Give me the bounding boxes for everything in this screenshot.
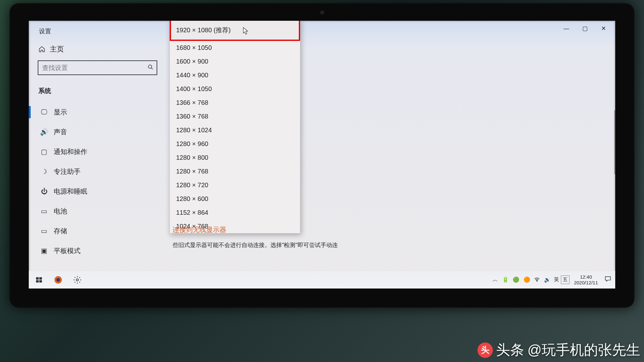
ime-mode[interactable]: 五 [561,275,570,284]
taskbar-left [31,272,86,288]
nav-label: 平板模式 [54,246,81,255]
home-label: 主页 [50,44,64,54]
svg-point-7 [76,279,79,281]
svg-rect-3 [36,280,39,282]
sidebar-item-声音[interactable]: 🔊声音 [37,122,157,142]
resolution-option[interactable]: 1280 × 960 [170,137,300,151]
sidebar-item-存储[interactable]: ▭存储 [37,221,157,241]
svg-point-8 [537,281,537,281]
dropdown-scrollbar[interactable] [295,21,300,231]
sidebar-item-专注助手[interactable]: ☽专注助手 [37,162,157,181]
nav-list: 🖵显示🔊声音▢通知和操作☽专注助手⏻电源和睡眠▭电池▭存储▣平板模式 [38,102,157,261]
nav-label: 专注助手 [54,167,81,176]
window-title: 设置 [38,27,157,44]
sidebar-item-电池[interactable]: ▭电池 [37,201,157,221]
clock-date: 2020/12/11 [574,280,598,285]
resolution-dropdown[interactable]: 1920 × 1080 (推荐)1680 × 10501600 × 900144… [169,21,300,234]
tray-app2-icon[interactable]: 🟠 [524,277,530,283]
nav-icon: ▣ [40,247,48,255]
nav-label: 存储 [54,227,67,235]
battery-icon[interactable]: 🔋 [502,277,509,283]
section-label: 系统 [38,87,157,95]
resolution-option[interactable]: 1280 × 768 [170,165,300,178]
resolution-option[interactable]: 1680 × 1050 [170,41,300,55]
watermark-author: @玩手机的张先生 [527,341,640,359]
svg-rect-4 [39,280,42,282]
resolution-option[interactable]: 1280 × 1024 [170,123,300,137]
resolution-option[interactable]: 1366 × 768 [170,96,300,110]
resolution-option[interactable]: 1280 × 800 [170,151,300,165]
cutoff-text: 些旧式显示器可能不会进行自动连接。选择"检测"即可尝试手动连 [173,241,377,249]
minimize-button[interactable]: — [557,22,576,35]
laptop-bezel: 设置 主页 系统 🖵显示🔊声音▢通知和操作☽专注助手⏻电源和睡眠▭电池▭存储▣平… [10,3,634,308]
nav-label: 通知和操作 [54,147,87,156]
camera [320,10,324,15]
settings-taskbar-icon[interactable] [69,272,86,288]
taskbar-right: ︿ 🔋 🟢 🟠 🔉 英 五 12:40 2020/12/11 [491,274,613,285]
nav-icon: ⏻ [40,188,48,195]
tray-app-icon[interactable]: 🟢 [513,277,519,283]
home-button[interactable]: 主页 [38,44,157,54]
watermark-logo-icon: 头 [477,343,493,358]
notification-icon[interactable] [604,276,611,284]
nav-icon: ▭ [40,227,48,235]
svg-rect-1 [36,277,39,279]
resolution-option[interactable]: 1600 × 900 [170,55,300,68]
taskbar-clock[interactable]: 12:40 2020/12/11 [574,274,598,285]
ime-language[interactable]: 英 [554,276,559,283]
watermark-brand: 头条 [496,341,524,359]
maximize-button[interactable]: ▢ [576,22,594,35]
watermark: 头 头条 @玩手机的张先生 [477,341,640,359]
sidebar-item-通知和操作[interactable]: ▢通知和操作 [37,142,157,162]
nav-label: 电池 [54,207,67,216]
tray-icons[interactable]: ︿ 🔋 🟢 🟠 🔉 [491,276,552,283]
settings-content: — ▢ ✕ 1920 × 1080 (推荐)1680 × 10501600 × … [166,21,615,271]
nav-label: 显示 [54,108,67,117]
svg-rect-2 [39,277,42,279]
nav-icon: 🖵 [40,108,48,116]
resolution-option[interactable]: 1152 × 864 [170,206,300,220]
tray-up-icon[interactable]: ︿ [493,277,498,283]
svg-point-0 [148,65,152,68]
settings-window: 设置 主页 系统 🖵显示🔊声音▢通知和操作☽专注助手⏻电源和睡眠▭电池▭存储▣平… [29,21,615,271]
nav-icon: ▢ [40,148,48,156]
sidebar-item-平板模式[interactable]: ▣平板模式 [37,241,157,261]
resolution-option[interactable]: 1360 × 768 [170,110,300,123]
resolution-option[interactable]: 1280 × 720 [170,178,300,192]
nav-icon: ▭ [40,207,48,215]
clock-time: 12:40 [574,274,598,280]
nav-label: 声音 [54,127,67,136]
resolution-option[interactable]: 1920 × 1080 (推荐) [170,21,300,41]
screen: 设置 主页 系统 🖵显示🔊声音▢通知和操作☽专注助手⏻电源和睡眠▭电池▭存储▣平… [29,21,615,289]
window-controls: — ▢ ✕ [557,22,613,35]
volume-icon[interactable]: 🔉 [544,277,551,283]
nav-icon: 🔊 [40,128,48,136]
firefox-taskbar-icon[interactable] [50,272,66,288]
taskbar: ︿ 🔋 🟢 🟠 🔉 英 五 12:40 2020/12/11 [29,271,615,289]
close-button[interactable]: ✕ [594,22,613,35]
sidebar-item-显示[interactable]: 🖵显示 [37,102,157,122]
start-button[interactable] [31,272,47,288]
settings-sidebar: 设置 主页 系统 🖵显示🔊声音▢通知和操作☽专注助手⏻电源和睡眠▭电池▭存储▣平… [29,21,166,271]
resolution-option[interactable]: 1440 × 900 [170,68,300,82]
search-box[interactable] [38,60,157,75]
nav-icon: ☽ [40,168,48,175]
search-icon [148,64,153,72]
wifi-icon[interactable] [534,277,541,283]
sidebar-item-电源和睡眠[interactable]: ⏻电源和睡眠 [37,181,157,201]
nav-label: 电源和睡眠 [54,187,87,196]
resolution-option[interactable]: 1280 × 600 [170,192,300,206]
content-scrollbar[interactable] [614,110,615,174]
svg-point-6 [56,278,60,282]
resolution-option[interactable]: 1400 × 1050 [170,82,300,96]
search-input[interactable] [42,64,148,72]
wireless-display-link[interactable]: 连接到无线显示器 [173,225,226,234]
home-icon [38,46,45,53]
